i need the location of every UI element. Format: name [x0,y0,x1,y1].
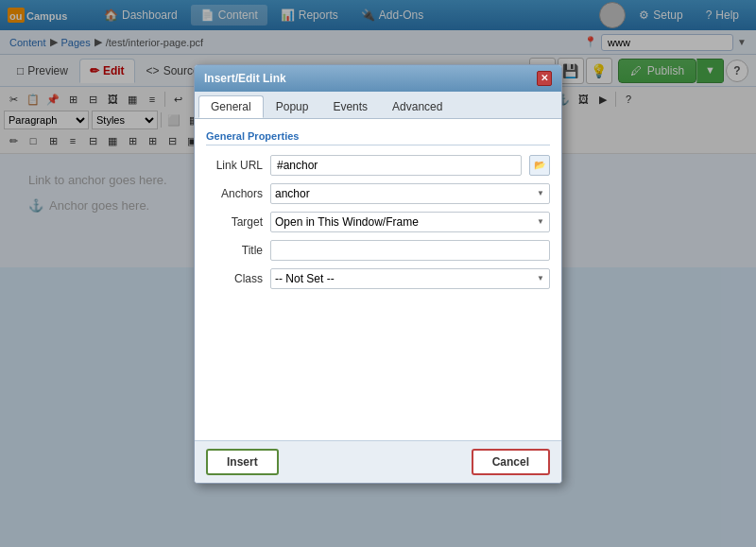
target-select-wrapper: Open in This Window/Frame [270,212,550,232]
target-label: Target [206,215,263,229]
class-row: Class -- Not Set -- [206,268,550,289]
modal-tab-advanced[interactable]: Advanced [380,95,455,118]
title-row: Title [206,240,550,261]
modal-footer: Insert Cancel [195,440,561,483]
modal-titlebar: Insert/Edit Link ✕ [195,65,561,92]
class-select-wrapper: -- Not Set -- [270,268,550,289]
class-label: Class [206,272,263,285]
title-label: Title [206,244,263,257]
close-icon: ✕ [541,73,548,83]
modal-tab-popup[interactable]: Popup [264,95,321,118]
link-url-input[interactable] [270,155,522,176]
modal-overlay: Insert/Edit Link ✕ General Popup Events … [0,0,756,547]
browse-button[interactable]: 📂 [529,155,550,176]
anchors-row: Anchors anchor [206,183,550,204]
title-input[interactable] [270,240,550,261]
insert-edit-link-modal: Insert/Edit Link ✕ General Popup Events … [194,64,562,484]
modal-tab-events[interactable]: Events [320,95,380,118]
modal-section-title: General Properties [206,130,550,145]
browse-icon: 📂 [534,160,545,170]
anchors-label: Anchors [206,187,263,200]
modal-title: Insert/Edit Link [204,72,286,85]
modal-tab-general[interactable]: General [198,95,264,118]
modal-body: General Properties Link URL 📂 Anchors an… [195,119,561,440]
anchors-select-wrapper: anchor [270,183,550,204]
insert-button[interactable]: Insert [206,449,279,475]
link-url-row: Link URL 📂 [206,155,550,176]
class-select[interactable]: -- Not Set -- [270,268,550,289]
target-row: Target Open in This Window/Frame [206,212,550,232]
modal-tabs: General Popup Events Advanced [195,92,561,119]
anchors-select[interactable]: anchor [270,183,550,204]
modal-close-button[interactable]: ✕ [537,71,552,86]
link-url-label: Link URL [206,159,263,172]
target-select[interactable]: Open in This Window/Frame [270,212,550,232]
cancel-button[interactable]: Cancel [472,449,550,475]
modal-spacer [206,297,550,429]
